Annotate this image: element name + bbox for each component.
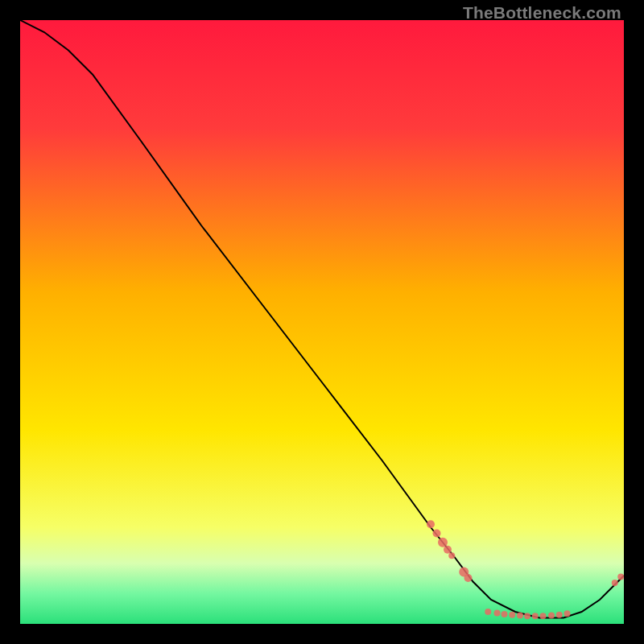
data-point-marker	[438, 538, 448, 547]
data-point-marker	[427, 520, 435, 528]
data-point-marker	[540, 613, 547, 619]
chart-frame: TheBottleneck.com	[0, 0, 644, 644]
data-point-marker	[524, 613, 530, 619]
gradient-background	[20, 20, 624, 624]
data-point-marker	[617, 574, 624, 580]
data-point-marker	[517, 613, 523, 619]
data-point-marker	[509, 612, 515, 618]
data-point-marker	[433, 530, 441, 538]
data-point-marker	[548, 613, 555, 619]
data-point-marker	[612, 580, 618, 586]
data-point-marker	[532, 613, 539, 619]
data-point-marker	[494, 610, 501, 617]
data-point-marker	[448, 552, 455, 559]
data-point-marker	[464, 574, 473, 582]
data-point-marker	[485, 609, 491, 615]
data-point-marker	[564, 610, 571, 617]
data-point-marker	[556, 612, 563, 618]
bottleneck-chart	[20, 20, 624, 624]
data-point-marker	[502, 611, 508, 617]
data-point-marker	[444, 546, 452, 554]
